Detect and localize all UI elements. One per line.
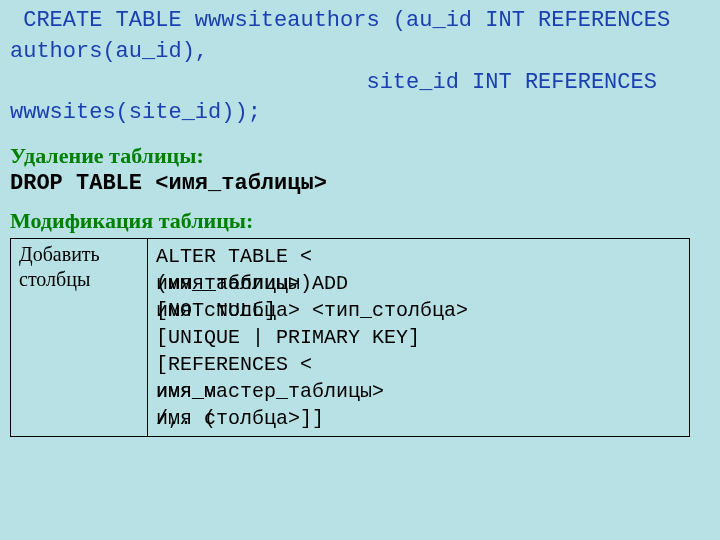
create-table-sql: CREATE TABLE wwwsiteauthors (au_id INT R… [10, 6, 710, 129]
delete-heading: Удаление таблицы: [10, 143, 710, 169]
alter-line-3: [NOT NULL] имя столбца> <тип_столбца> [156, 298, 681, 323]
table-row: Добавить столбцы ALTER TABLE < (имя_табл… [11, 239, 690, 437]
modify-heading: Модификация таблицы: [10, 208, 710, 234]
alter-line-7: /,. ( имя столбца>]] [156, 406, 681, 431]
modify-table: Добавить столбцы ALTER TABLE < (имя_табл… [10, 238, 690, 437]
table-right-cell: ALTER TABLE < (имя_таблицы) имя_таблицы>… [148, 239, 690, 437]
alter-line-1: ALTER TABLE < [156, 244, 681, 269]
table-left-cell: Добавить столбцы [11, 239, 148, 437]
alter-line-6: имя_м имя_мастер_таблицы> [156, 379, 681, 404]
drop-table-stmt: DROP TABLE <имя_таблицы> [10, 171, 710, 196]
alter-line-2: (имя_таблицы) имя_таблицы> ADD [156, 271, 681, 296]
alter-line-5: [REFERENCES < [156, 352, 681, 377]
alter-line-4: [UNIQUE | PRIMARY KEY] [156, 325, 681, 350]
